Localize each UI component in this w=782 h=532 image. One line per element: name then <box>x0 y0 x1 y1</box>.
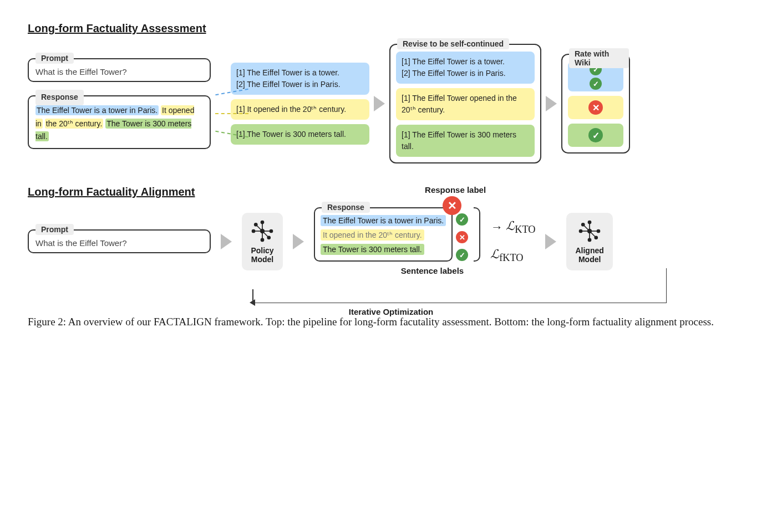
response-span-yellow-b: the 20ᵗʰ century. <box>45 119 104 129</box>
decomposed-blue-2: [2] The Eiffel Tower is in Paris. <box>236 79 364 90</box>
graph-node-icon <box>251 219 274 243</box>
response-label-text: Response label <box>425 185 486 195</box>
sentence-check-icon: ✓ <box>456 213 468 226</box>
rate-label: Rate with Wiki <box>569 48 629 68</box>
rate-slot-yellow: ✕ <box>568 96 623 119</box>
x-icon: ✕ <box>588 100 603 115</box>
alignment-prompt-box: Prompt What is the Eiffel Tower? <box>28 229 211 253</box>
rate-box: Rate with Wiki ✓ ✓ ✕ ✓ <box>561 54 630 154</box>
loss-kto: ℒKTO <box>506 219 535 236</box>
policy-model: Policy Model <box>242 213 283 270</box>
bracket-icon <box>474 207 480 262</box>
revised-blue: [1] The Eiffel Tower is a tower. [2] The… <box>396 52 535 84</box>
sentence-x-icon: ✕ <box>456 231 468 243</box>
arrow-prompt-to-policy <box>221 234 232 249</box>
aligned-model: Aligned Model <box>566 213 612 270</box>
check-icon: ✓ <box>588 128 603 142</box>
loss-fkto: ℒfKTO <box>490 247 535 264</box>
revised-yellow-1: [1] The Eiffel Tower opened in the 20ᵗʰ … <box>402 93 529 116</box>
dashed-arrow-yellow <box>215 113 248 114</box>
check-icon: ✓ <box>590 78 602 90</box>
rate-slot-green: ✓ <box>568 124 623 147</box>
arrow-to-kto-icon: → <box>490 220 502 234</box>
alignment-response-wrap: Response label Response ✕ The Eiffel Tow… <box>314 207 480 262</box>
policy-model-label: Policy Model <box>251 246 273 264</box>
sentence-check-icon: ✓ <box>456 249 468 261</box>
revised-blue-1: [1] The Eiffel Tower is a tower. <box>402 56 529 68</box>
figure-caption: Figure 2: An overview of our FACTALIGN f… <box>28 314 754 330</box>
resp-line-green: The Tower is 300 meters tall. <box>321 244 424 255</box>
graph-node-icon <box>578 219 601 243</box>
resp-line-blue: The Eiffel Tower is a tower in Paris. <box>321 215 446 226</box>
prompt-box: Prompt What is the Eiffel Tower? <box>28 58 211 82</box>
alignment-response-label: Response <box>322 202 370 213</box>
response-span-blue: The Eiffel Tower is a tower in Paris. <box>35 105 159 115</box>
resp-line-yellow: It opened in the 20ᵗʰ century. <box>321 229 424 241</box>
response-x-icon: ✕ <box>443 196 461 215</box>
prompt-label: Prompt <box>35 53 74 64</box>
iterative-optimization-label: Iterative Optimization <box>28 307 754 316</box>
arrow-to-rate <box>546 96 557 111</box>
prompt-text: What is the Eiffel Tower? <box>35 67 203 76</box>
arrow-to-aligned <box>545 234 556 249</box>
decomposed-green-1: [1] The Tower is 300 meters tall. <box>236 129 364 140</box>
decomposed-yellow-1: [1] It opened in the 20ᵗʰ century. <box>236 104 364 115</box>
assessment-title: Long-form Factuality Assessment <box>28 22 754 35</box>
aligned-model-label: Aligned Model <box>575 246 603 264</box>
response-label: Response <box>35 90 84 105</box>
response-box: Response The Eiffel Tower is a tower in … <box>28 95 211 149</box>
alignment-prompt-text: What is the Eiffel Tower? <box>35 238 203 248</box>
revise-label: Revise to be self-continued <box>397 38 509 49</box>
decomposed-green: [1] The Tower is 300 meters tall. <box>231 124 369 145</box>
revised-green: [1] The Eiffel Tower is 300 meters tall. <box>396 125 535 157</box>
iter-line <box>252 303 667 303</box>
decomposed-blue: [1] The Eiffel Tower is a tower. [2] The… <box>231 63 369 95</box>
svg-line-12 <box>262 231 269 238</box>
iter-line-vert-right <box>666 268 667 303</box>
alignment-flow: Prompt What is the Eiffel Tower? Policy … <box>28 207 754 275</box>
sentence-labels-text: Sentence labels <box>314 266 480 275</box>
svg-line-24 <box>583 224 590 231</box>
iter-arrowhead-icon <box>250 299 255 306</box>
decomposed-blue-1: [1] The Eiffel Tower is a tower. <box>236 67 364 79</box>
assessment-flow: Prompt What is the Eiffel Tower? Respons… <box>28 44 754 163</box>
alignment-prompt-label: Prompt <box>35 224 74 235</box>
revise-box: Revise to be self-continued [1] The Eiff… <box>389 44 541 163</box>
decomposed-stack: [1] The Eiffel Tower is a tower. [2] The… <box>231 63 369 145</box>
loss-labels: → ℒKTO ℒfKTO <box>490 219 535 264</box>
alignment-response-box: Response ✕ The Eiffel Tower is a tower i… <box>314 207 453 262</box>
arrow-to-revise <box>374 96 385 111</box>
assessment-left-col: Prompt What is the Eiffel Tower? Respons… <box>28 58 211 149</box>
alignment-title: Long-form Factuality Alignment <box>28 186 754 198</box>
svg-line-11 <box>256 224 262 231</box>
revised-yellow: [1] The Eiffel Tower opened in the 20ᵗʰ … <box>396 88 535 120</box>
revised-green-1: [1] The Eiffel Tower is 300 meters tall. <box>402 129 529 152</box>
arrow-policy-to-response <box>293 234 304 249</box>
decomposed-yellow: [1] It opened in the 20ᵗʰ century. <box>231 99 369 120</box>
revised-blue-2: [2] The Eiffel Tower is in Paris. <box>402 68 529 79</box>
svg-line-25 <box>590 231 596 238</box>
